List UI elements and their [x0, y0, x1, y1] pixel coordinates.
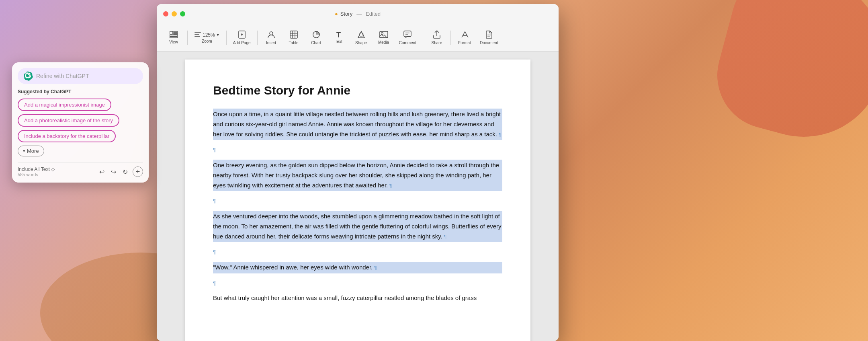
svg-rect-22: [404, 31, 411, 37]
text-icon: T: [336, 31, 341, 39]
toolbar-sep2: [226, 31, 227, 45]
title-bar: ● Story — Edited: [157, 4, 559, 24]
pilcrow-4: ¶: [373, 265, 377, 271]
zoom-arrow-icon: ▼: [216, 33, 220, 37]
undo-button[interactable]: ↩: [98, 167, 106, 177]
pilcrow-break-1: ¶: [213, 147, 216, 153]
svg-point-11: [270, 32, 273, 35]
table-icon: [290, 31, 298, 40]
toolbar-view[interactable]: View: [163, 30, 184, 46]
document-title: Bedtime Story for Annie: [213, 84, 502, 97]
paragraph-break-4: ¶: [213, 278, 502, 288]
toolbar: View 125% ▼ Zoom: [157, 24, 559, 51]
svg-rect-3: [170, 35, 178, 36]
chatgpt-input-placeholder[interactable]: Refine with ChatGPT: [36, 73, 137, 79]
toolbar-table-label: Table: [289, 41, 299, 45]
toolbar-chart[interactable]: Chart: [306, 29, 327, 47]
toolbar-add-page-label: Add Page: [233, 41, 251, 45]
share-icon: [433, 31, 440, 40]
svg-rect-6: [194, 34, 199, 35]
traffic-lights: [163, 11, 185, 16]
close-button[interactable]: [163, 11, 168, 16]
svg-rect-12: [290, 31, 297, 38]
suggested-label: Suggested by ChatGPT: [18, 89, 143, 94]
word-count: 585 words: [18, 172, 55, 177]
toolbar-format-label: Format: [458, 41, 471, 45]
more-button[interactable]: ▾ More: [18, 146, 44, 156]
title-dot: ●: [335, 11, 338, 17]
pilcrow-2: ¶: [388, 183, 392, 189]
svg-rect-1: [174, 31, 178, 33]
pilcrow-break-4: ¶: [213, 280, 216, 286]
shape-icon: [357, 31, 365, 40]
toolbar-view-label: View: [169, 40, 178, 44]
chatgpt-logo-icon: [23, 71, 33, 81]
chart-icon: [312, 31, 320, 40]
svg-rect-20: [380, 31, 388, 38]
toolbar-sep5: [450, 31, 451, 45]
suggestion-chip-3[interactable]: Include a backstory for the caterpillar: [18, 130, 143, 146]
media-icon: [379, 31, 388, 39]
add-button[interactable]: +: [133, 166, 143, 177]
toolbar-media[interactable]: Media: [373, 29, 394, 46]
toolbar-share[interactable]: Share: [426, 29, 447, 47]
toolbar-shape-label: Shape: [355, 41, 367, 45]
pilcrow-break-3: ¶: [213, 249, 216, 255]
toolbar-insert[interactable]: Insert: [261, 29, 282, 47]
footer-info: Include All Text ◇ 585 words: [18, 166, 55, 177]
paragraph-1: Once upon a time, in a quaint little vil…: [213, 109, 502, 140]
zoom-icon: [194, 32, 201, 38]
toolbar-comment[interactable]: Comment: [396, 29, 420, 47]
svg-point-21: [381, 32, 383, 34]
paragraph-break-1: ¶: [213, 145, 502, 155]
chatgpt-input-row[interactable]: Refine with ChatGPT: [18, 68, 143, 84]
paragraph-2: One breezy evening, as the golden sun di…: [213, 160, 502, 191]
paragraph-3-text: As she ventured deeper into the woods, s…: [213, 213, 502, 240]
refresh-button[interactable]: ↻: [121, 167, 129, 177]
include-label: Include All Text ◇: [18, 166, 55, 172]
paragraph-5: But what truly caught her attention was …: [213, 293, 502, 303]
toolbar-zoom[interactable]: 125% ▼ Zoom: [191, 30, 223, 45]
paragraph-3: As she ventured deeper into the woods, s…: [213, 211, 502, 242]
paragraph-4: "Wow," Annie whispered in awe, her eyes …: [213, 262, 502, 273]
chatgpt-panel: Refine with ChatGPT Suggested by ChatGPT…: [12, 62, 149, 183]
svg-rect-2: [174, 33, 178, 35]
toolbar-shape[interactable]: Shape: [351, 29, 372, 47]
toolbar-document-label: Document: [480, 41, 498, 45]
more-button-label: More: [27, 148, 39, 154]
svg-rect-7: [194, 36, 200, 37]
format-icon: [461, 31, 469, 40]
toolbar-insert-label: Insert: [266, 41, 276, 45]
zoom-value: 125%: [203, 32, 215, 38]
paragraph-2-text: One breezy evening, as the golden sun di…: [213, 162, 499, 189]
document-page: Bedtime Story for Annie Once upon a time…: [185, 60, 530, 341]
pilcrow-break-2: ¶: [213, 198, 216, 204]
toolbar-add-page[interactable]: Add Page: [230, 29, 254, 47]
toolbar-text[interactable]: T Text: [328, 30, 349, 45]
svg-rect-0: [170, 31, 173, 34]
svg-rect-4: [170, 37, 178, 38]
toolbar-sep1: [187, 31, 188, 45]
toolbar-document[interactable]: Document: [477, 29, 502, 47]
panel-footer: Include All Text ◇ 585 words ↩ ↪ ↻ +: [18, 162, 143, 177]
view-icon: [170, 31, 178, 39]
pilcrow-1: ¶: [497, 131, 502, 138]
add-page-icon: [238, 31, 246, 40]
paragraph-break-3: ¶: [213, 247, 502, 257]
suggestion-chip-2[interactable]: Add a photorealistic image of the story: [18, 114, 143, 130]
toolbar-chart-label: Chart: [311, 41, 321, 45]
insert-icon: [267, 31, 275, 40]
toolbar-table[interactable]: Table: [283, 29, 304, 47]
toolbar-format[interactable]: Format: [454, 29, 475, 47]
minimize-button[interactable]: [172, 11, 177, 16]
suggestion-chip-1[interactable]: Add a magical impressionist image: [18, 99, 143, 114]
comment-icon: [403, 31, 411, 40]
document-icon: [486, 31, 492, 40]
toolbar-comment-label: Comment: [399, 41, 416, 45]
fullscreen-button[interactable]: [180, 11, 185, 16]
toolbar-sep4: [423, 31, 423, 45]
toolbar-text-label: Text: [335, 39, 342, 44]
paragraph-break-2: ¶: [213, 196, 502, 206]
chevron-down-icon: ▾: [23, 148, 25, 154]
redo-button[interactable]: ↪: [109, 167, 118, 177]
